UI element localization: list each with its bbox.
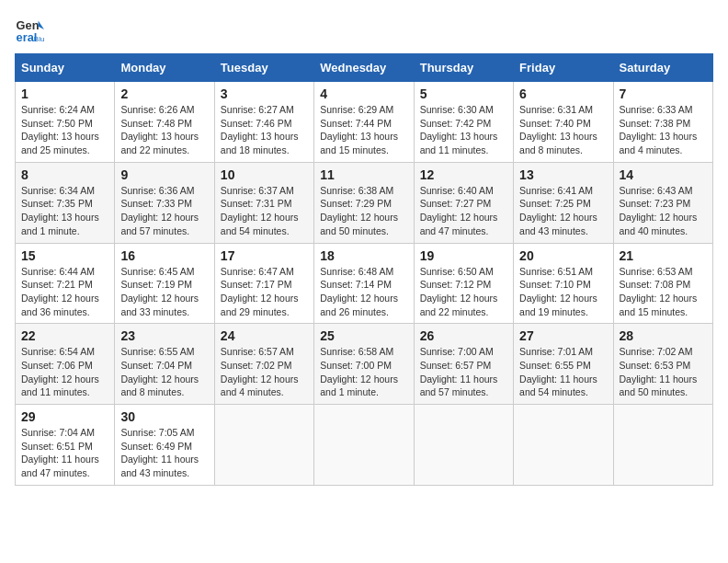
calendar-cell: 14Sunrise: 6:43 AMSunset: 7:23 PMDayligh… bbox=[613, 162, 712, 243]
day-detail: Sunrise: 6:44 AMSunset: 7:21 PMDaylight:… bbox=[21, 265, 108, 319]
day-detail: Sunrise: 6:34 AMSunset: 7:35 PMDaylight:… bbox=[21, 184, 108, 238]
logo: Gen eral Blue bbox=[15, 15, 48, 44]
calendar-cell: 2Sunrise: 6:26 AMSunset: 7:48 PMDaylight… bbox=[115, 82, 214, 163]
day-detail: Sunrise: 7:05 AMSunset: 6:49 PMDaylight:… bbox=[120, 426, 208, 480]
calendar-cell bbox=[514, 405, 613, 486]
calendar-cell: 10Sunrise: 6:37 AMSunset: 7:31 PMDayligh… bbox=[214, 162, 313, 243]
day-number: 10 bbox=[221, 167, 308, 182]
calendar-cell: 15Sunrise: 6:44 AMSunset: 7:21 PMDayligh… bbox=[16, 243, 115, 324]
calendar-cell: 17Sunrise: 6:47 AMSunset: 7:17 PMDayligh… bbox=[214, 243, 313, 324]
day-detail: Sunrise: 6:24 AMSunset: 7:50 PMDaylight:… bbox=[21, 103, 108, 157]
day-number: 26 bbox=[420, 328, 507, 343]
calendar-cell: 27Sunrise: 7:01 AMSunset: 6:55 PMDayligh… bbox=[514, 324, 613, 405]
day-detail: Sunrise: 6:48 AMSunset: 7:14 PMDaylight:… bbox=[320, 265, 407, 319]
calendar-cell: 20Sunrise: 6:51 AMSunset: 7:10 PMDayligh… bbox=[514, 243, 613, 324]
weekday-header: Monday bbox=[115, 54, 214, 82]
day-number: 18 bbox=[320, 248, 407, 263]
day-detail: Sunrise: 7:01 AMSunset: 6:55 PMDaylight:… bbox=[519, 345, 607, 399]
calendar-cell: 28Sunrise: 7:02 AMSunset: 6:53 PMDayligh… bbox=[613, 324, 712, 405]
weekday-header: Thursday bbox=[414, 54, 513, 82]
weekday-header: Saturday bbox=[613, 54, 712, 82]
calendar-cell: 21Sunrise: 6:53 AMSunset: 7:08 PMDayligh… bbox=[613, 243, 712, 324]
weekday-header: Friday bbox=[514, 54, 613, 82]
day-number: 12 bbox=[420, 167, 507, 182]
day-number: 27 bbox=[519, 328, 607, 343]
day-number: 1 bbox=[21, 86, 108, 101]
day-detail: Sunrise: 6:43 AMSunset: 7:23 PMDaylight:… bbox=[620, 184, 707, 238]
day-number: 3 bbox=[221, 86, 308, 101]
day-detail: Sunrise: 7:02 AMSunset: 6:53 PMDaylight:… bbox=[620, 345, 707, 399]
day-number: 20 bbox=[519, 248, 607, 263]
weekday-header: Tuesday bbox=[214, 54, 313, 82]
day-number: 6 bbox=[519, 86, 607, 101]
calendar-cell bbox=[214, 405, 313, 486]
day-detail: Sunrise: 6:58 AMSunset: 7:00 PMDaylight:… bbox=[320, 345, 407, 399]
day-detail: Sunrise: 6:29 AMSunset: 7:44 PMDaylight:… bbox=[320, 103, 407, 157]
day-number: 29 bbox=[21, 409, 108, 424]
day-detail: Sunrise: 6:57 AMSunset: 7:02 PMDaylight:… bbox=[221, 345, 308, 399]
day-detail: Sunrise: 6:55 AMSunset: 7:04 PMDaylight:… bbox=[120, 345, 208, 399]
calendar-cell: 18Sunrise: 6:48 AMSunset: 7:14 PMDayligh… bbox=[314, 243, 414, 324]
calendar-cell: 9Sunrise: 6:36 AMSunset: 7:33 PMDaylight… bbox=[115, 162, 214, 243]
day-number: 19 bbox=[420, 248, 507, 263]
day-number: 24 bbox=[221, 328, 308, 343]
calendar-cell: 6Sunrise: 6:31 AMSunset: 7:40 PMDaylight… bbox=[514, 82, 613, 163]
weekday-header: Wednesday bbox=[314, 54, 414, 82]
day-number: 28 bbox=[620, 328, 707, 343]
day-number: 16 bbox=[120, 248, 208, 263]
calendar-cell: 11Sunrise: 6:38 AMSunset: 7:29 PMDayligh… bbox=[314, 162, 414, 243]
day-number: 22 bbox=[21, 328, 108, 343]
day-detail: Sunrise: 6:50 AMSunset: 7:12 PMDaylight:… bbox=[420, 265, 507, 319]
day-number: 23 bbox=[120, 328, 208, 343]
calendar-cell: 16Sunrise: 6:45 AMSunset: 7:19 PMDayligh… bbox=[115, 243, 214, 324]
day-detail: Sunrise: 6:41 AMSunset: 7:25 PMDaylight:… bbox=[519, 184, 607, 238]
day-number: 7 bbox=[620, 86, 707, 101]
day-detail: Sunrise: 6:45 AMSunset: 7:19 PMDaylight:… bbox=[120, 265, 208, 319]
day-number: 25 bbox=[320, 328, 407, 343]
calendar-cell bbox=[613, 405, 712, 486]
day-number: 4 bbox=[320, 86, 407, 101]
day-detail: Sunrise: 6:51 AMSunset: 7:10 PMDaylight:… bbox=[519, 265, 607, 319]
calendar-cell: 30Sunrise: 7:05 AMSunset: 6:49 PMDayligh… bbox=[115, 405, 214, 486]
calendar-cell: 24Sunrise: 6:57 AMSunset: 7:02 PMDayligh… bbox=[214, 324, 313, 405]
day-detail: Sunrise: 6:54 AMSunset: 7:06 PMDaylight:… bbox=[21, 345, 108, 399]
calendar-cell bbox=[314, 405, 414, 486]
calendar-cell: 22Sunrise: 6:54 AMSunset: 7:06 PMDayligh… bbox=[16, 324, 115, 405]
day-number: 8 bbox=[21, 167, 108, 182]
svg-text:Blue: Blue bbox=[34, 35, 44, 43]
day-number: 9 bbox=[120, 167, 208, 182]
day-detail: Sunrise: 6:40 AMSunset: 7:27 PMDaylight:… bbox=[420, 184, 507, 238]
day-number: 21 bbox=[620, 248, 707, 263]
calendar-cell: 12Sunrise: 6:40 AMSunset: 7:27 PMDayligh… bbox=[414, 162, 513, 243]
day-detail: Sunrise: 6:27 AMSunset: 7:46 PMDaylight:… bbox=[221, 103, 308, 157]
day-number: 30 bbox=[120, 409, 208, 424]
day-number: 14 bbox=[620, 167, 707, 182]
day-number: 5 bbox=[420, 86, 507, 101]
day-detail: Sunrise: 6:33 AMSunset: 7:38 PMDaylight:… bbox=[620, 103, 707, 157]
day-detail: Sunrise: 6:53 AMSunset: 7:08 PMDaylight:… bbox=[620, 265, 707, 319]
page-header: Gen eral Blue bbox=[15, 15, 713, 44]
day-detail: Sunrise: 6:38 AMSunset: 7:29 PMDaylight:… bbox=[320, 184, 407, 238]
day-detail: Sunrise: 6:30 AMSunset: 7:42 PMDaylight:… bbox=[420, 103, 507, 157]
logo-icon: Gen eral Blue bbox=[15, 15, 44, 44]
calendar-cell: 8Sunrise: 6:34 AMSunset: 7:35 PMDaylight… bbox=[16, 162, 115, 243]
day-detail: Sunrise: 7:04 AMSunset: 6:51 PMDaylight:… bbox=[21, 426, 108, 480]
calendar-cell: 29Sunrise: 7:04 AMSunset: 6:51 PMDayligh… bbox=[16, 405, 115, 486]
calendar-cell: 26Sunrise: 7:00 AMSunset: 6:57 PMDayligh… bbox=[414, 324, 513, 405]
calendar-cell: 25Sunrise: 6:58 AMSunset: 7:00 PMDayligh… bbox=[314, 324, 414, 405]
weekday-header: Sunday bbox=[16, 54, 115, 82]
calendar-cell: 7Sunrise: 6:33 AMSunset: 7:38 PMDaylight… bbox=[613, 82, 712, 163]
day-detail: Sunrise: 6:26 AMSunset: 7:48 PMDaylight:… bbox=[120, 103, 208, 157]
day-number: 17 bbox=[221, 248, 308, 263]
calendar-cell: 5Sunrise: 6:30 AMSunset: 7:42 PMDaylight… bbox=[414, 82, 513, 163]
calendar-cell bbox=[414, 405, 513, 486]
day-detail: Sunrise: 6:36 AMSunset: 7:33 PMDaylight:… bbox=[120, 184, 208, 238]
day-number: 15 bbox=[21, 248, 108, 263]
svg-marker-2 bbox=[39, 20, 44, 29]
calendar-cell: 19Sunrise: 6:50 AMSunset: 7:12 PMDayligh… bbox=[414, 243, 513, 324]
day-detail: Sunrise: 7:00 AMSunset: 6:57 PMDaylight:… bbox=[420, 345, 507, 399]
day-detail: Sunrise: 6:31 AMSunset: 7:40 PMDaylight:… bbox=[519, 103, 607, 157]
calendar-table: SundayMondayTuesdayWednesdayThursdayFrid… bbox=[15, 53, 713, 486]
calendar-cell: 4Sunrise: 6:29 AMSunset: 7:44 PMDaylight… bbox=[314, 82, 414, 163]
calendar-cell: 1Sunrise: 6:24 AMSunset: 7:50 PMDaylight… bbox=[16, 82, 115, 163]
